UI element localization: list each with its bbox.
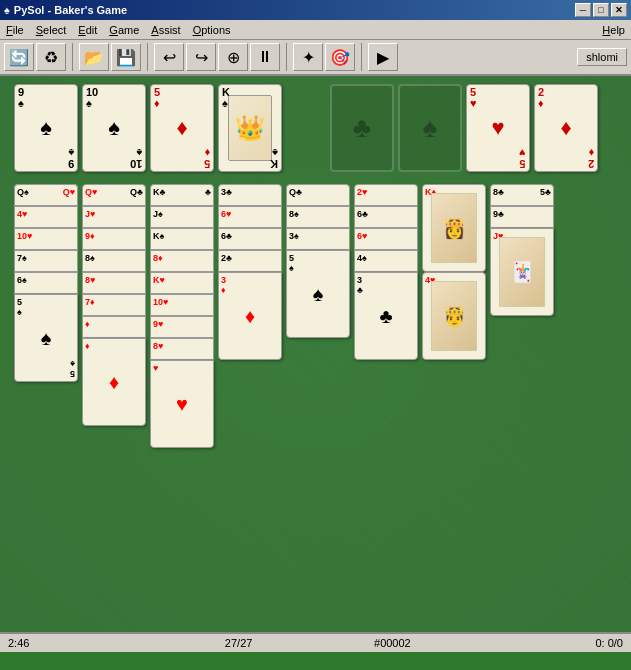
col6-card1[interactable]: 2♥ — [354, 184, 418, 206]
col3-card1[interactable]: K♣ ♣ — [150, 184, 214, 206]
col2-last-card[interactable]: ♦ ♦ — [82, 338, 146, 426]
status-bar: 2:46 27/27 #00002 0: 0/0 — [0, 632, 631, 652]
card-10s-col2[interactable]: 10♠ ♠ 10♠ — [82, 84, 146, 172]
save-button[interactable]: 💾 — [111, 43, 141, 71]
menu-options[interactable]: Options — [187, 20, 237, 39]
col3-card5[interactable]: K♥ — [150, 272, 214, 294]
menu-game[interactable]: Game — [103, 20, 145, 39]
card-9s-col1[interactable]: 9♠ ♠ 9♠ — [14, 84, 78, 172]
col8-card2[interactable]: 9♣ — [490, 206, 554, 228]
col4-card1[interactable]: 3♣ — [218, 184, 282, 206]
status-gameid: #00002 — [316, 637, 470, 649]
col3-last-card[interactable]: ♥ ♥ — [150, 360, 214, 448]
card-5h-foundation[interactable]: 5♥ ♥ 5♥ — [466, 84, 530, 172]
toolbar: 🔄 ♻ 📂 💾 ↩ ↪ ⊕ ⏸ ✦ 🎯 ▶ shlomi — [0, 40, 631, 76]
toolbar-separator-4 — [361, 43, 362, 71]
menu-bar: File Select Edit Game Assist Options Hel… — [0, 20, 631, 40]
redo-button[interactable]: ↪ — [186, 43, 216, 71]
card-5d-col3[interactable]: 5♦ ♦ 5♦ — [150, 84, 214, 172]
gameid-label: #00002 — [374, 637, 411, 649]
close-button[interactable]: ✕ — [611, 3, 627, 17]
col1-card-10h[interactable]: 10♥ — [14, 228, 78, 250]
col2-card-8s[interactable]: 8♠ — [82, 250, 146, 272]
col7-card-4[interactable]: 4♥ 🤴 — [422, 272, 486, 360]
col5-card1[interactable]: Q♣ — [286, 184, 350, 206]
status-moves: 27/27 — [162, 637, 316, 649]
menu-assist[interactable]: Assist — [145, 20, 186, 39]
col5-card3[interactable]: 3♠ — [286, 228, 350, 250]
pause-button[interactable]: ⏸ — [250, 43, 280, 71]
foundation-clubs[interactable]: ♣ — [330, 84, 394, 172]
col5-last-card[interactable]: 5♠ ♠ — [286, 250, 350, 338]
menu-file[interactable]: File — [0, 20, 30, 39]
col7-card-k[interactable]: K♦ 👸 — [422, 184, 486, 272]
rules-button[interactable]: 🎯 — [325, 43, 355, 71]
moves-label: 27/27 — [225, 637, 253, 649]
maximize-button[interactable]: □ — [593, 3, 609, 17]
status-score: 0: 0/0 — [469, 637, 623, 649]
col3-card4[interactable]: 8♦ — [150, 250, 214, 272]
col2-card-7d[interactable]: 7♦ — [82, 294, 146, 316]
col4-card4[interactable]: 2♣ — [218, 250, 282, 272]
open-button[interactable]: 📂 — [79, 43, 109, 71]
col2-card-xd[interactable]: ♦ — [82, 316, 146, 338]
col8-card-j[interactable]: J♥ 🃏 — [490, 228, 554, 316]
game-area: 9♠ ♠ 9♠ 10♠ ♠ 10♠ 5♦ ♦ 5♦ K♠ 👑 K♠ ♣ ♠ 5♥… — [0, 76, 631, 632]
title-bar: ♠ PySol - Baker's Game ─ □ ✕ — [0, 0, 631, 20]
app-icon: ♠ — [4, 4, 10, 16]
minimize-button[interactable]: ─ — [575, 3, 591, 17]
restart-button[interactable]: ♻ — [36, 43, 66, 71]
title-bar-left: ♠ PySol - Baker's Game — [4, 4, 127, 16]
toolbar-separator-1 — [72, 43, 73, 71]
col1-card-6s[interactable]: 6♠ — [14, 272, 78, 294]
window-title: PySol - Baker's Game — [14, 4, 127, 16]
card-k-col4[interactable]: K♠ 👑 K♠ — [218, 84, 282, 172]
menu-select[interactable]: Select — [30, 20, 73, 39]
col1-card-5s[interactable]: 5♠ 5♠ ♠ — [14, 294, 78, 382]
col6-card2[interactable]: 6♣ — [354, 206, 418, 228]
col6-last-card[interactable]: 3♣ ♣ — [354, 272, 418, 360]
col2-card-8r[interactable]: 8♥ — [82, 272, 146, 294]
foundation-spades[interactable]: ♠ — [398, 84, 462, 172]
undo-button[interactable]: ↩ — [154, 43, 184, 71]
quit-button[interactable]: ▶ — [368, 43, 398, 71]
col2-card-9d[interactable]: 9♦ — [82, 228, 146, 250]
col3-card8[interactable]: 8♥ — [150, 338, 214, 360]
stats-button[interactable]: ✦ — [293, 43, 323, 71]
king-portrait: 👑 — [228, 95, 272, 161]
col6-card3[interactable]: 6♥ — [354, 228, 418, 250]
title-bar-controls[interactable]: ─ □ ✕ — [575, 3, 627, 17]
score-label: 0: 0/0 — [595, 637, 623, 649]
col8-card1[interactable]: 8♣ 5♣ — [490, 184, 554, 206]
col3-card7[interactable]: 9♥ — [150, 316, 214, 338]
col4-last-card[interactable]: 3♦ ♦ — [218, 272, 282, 360]
toolbar-separator-3 — [286, 43, 287, 71]
time-label: 2:46 — [8, 637, 29, 649]
col4-card2[interactable]: 6♥ — [218, 206, 282, 228]
menu-help[interactable]: Help — [596, 20, 631, 39]
user-label: shlomi — [577, 48, 627, 66]
col6-card4[interactable]: 4♠ — [354, 250, 418, 272]
col3-card2[interactable]: J♠ — [150, 206, 214, 228]
col4-card3[interactable]: 6♣ — [218, 228, 282, 250]
autodrop-button[interactable]: ⊕ — [218, 43, 248, 71]
col5-card2[interactable]: 8♠ — [286, 206, 350, 228]
col2-card-j[interactable]: J♥ — [82, 206, 146, 228]
col3-card6[interactable]: 10♥ — [150, 294, 214, 316]
col1-card-q[interactable]: Q♠ Q♥ — [14, 184, 78, 206]
col1-card-4h[interactable]: 4♥ — [14, 206, 78, 228]
card-2d-foundation[interactable]: 2♦ ♦ 2♦ — [534, 84, 598, 172]
col1-card-7s[interactable]: 7♠ — [14, 250, 78, 272]
col2-card-q[interactable]: Q♥ Q♣ — [82, 184, 146, 206]
status-time: 2:46 — [8, 637, 162, 649]
col3-card3[interactable]: K♠ — [150, 228, 214, 250]
new-game-button[interactable]: 🔄 — [4, 43, 34, 71]
toolbar-separator-2 — [147, 43, 148, 71]
menu-edit[interactable]: Edit — [72, 20, 103, 39]
